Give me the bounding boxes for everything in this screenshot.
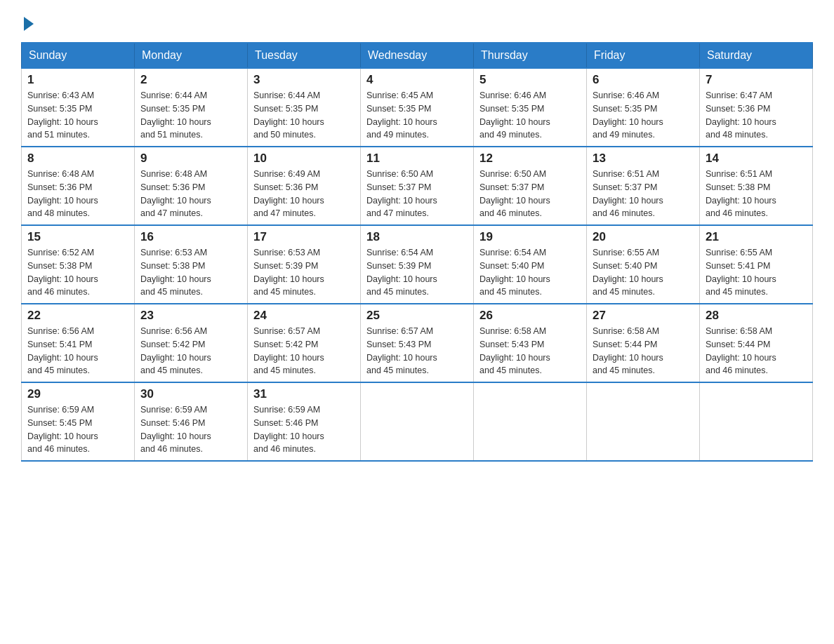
day-info: Sunrise: 6:47 AMSunset: 5:36 PMDaylight:… xyxy=(706,89,807,142)
day-info: Sunrise: 6:54 AMSunset: 5:39 PMDaylight:… xyxy=(366,246,468,299)
day-number: 25 xyxy=(366,309,468,323)
day-info: Sunrise: 6:59 AMSunset: 5:46 PMDaylight:… xyxy=(253,403,355,456)
calendar-table: SundayMondayTuesdayWednesdayThursdayFrid… xyxy=(21,42,813,462)
day-info: Sunrise: 6:55 AMSunset: 5:40 PMDaylight:… xyxy=(593,246,694,299)
day-number: 29 xyxy=(27,387,128,401)
calendar-cell: 25Sunrise: 6:57 AMSunset: 5:43 PMDayligh… xyxy=(361,304,474,382)
day-info: Sunrise: 6:56 AMSunset: 5:42 PMDaylight:… xyxy=(140,325,241,377)
day-number: 30 xyxy=(140,387,241,401)
calendar-cell: 23Sunrise: 6:56 AMSunset: 5:42 PMDayligh… xyxy=(135,304,248,382)
day-info: Sunrise: 6:52 AMSunset: 5:38 PMDaylight:… xyxy=(27,246,128,299)
day-info: Sunrise: 6:59 AMSunset: 5:46 PMDaylight:… xyxy=(140,403,241,456)
day-info: Sunrise: 6:54 AMSunset: 5:40 PMDaylight:… xyxy=(479,246,581,299)
day-info: Sunrise: 6:50 AMSunset: 5:37 PMDaylight:… xyxy=(366,168,468,220)
calendar-cell: 18Sunrise: 6:54 AMSunset: 5:39 PMDayligh… xyxy=(361,225,474,304)
logo xyxy=(21,14,34,31)
day-number: 2 xyxy=(140,73,241,87)
day-info: Sunrise: 6:51 AMSunset: 5:37 PMDaylight:… xyxy=(593,168,694,220)
calendar-cell: 11Sunrise: 6:50 AMSunset: 5:37 PMDayligh… xyxy=(361,147,474,225)
day-info: Sunrise: 6:48 AMSunset: 5:36 PMDaylight:… xyxy=(27,168,128,220)
calendar-header-saturday: Saturday xyxy=(700,43,813,68)
calendar-cell: 5Sunrise: 6:46 AMSunset: 5:35 PMDaylight… xyxy=(474,68,587,147)
calendar-cell: 15Sunrise: 6:52 AMSunset: 5:38 PMDayligh… xyxy=(22,225,135,304)
day-number: 1 xyxy=(27,73,128,87)
calendar-cell: 3Sunrise: 6:44 AMSunset: 5:35 PMDaylight… xyxy=(248,68,361,147)
calendar-cell: 19Sunrise: 6:54 AMSunset: 5:40 PMDayligh… xyxy=(474,225,587,304)
day-info: Sunrise: 6:58 AMSunset: 5:44 PMDaylight:… xyxy=(706,325,807,377)
day-info: Sunrise: 6:43 AMSunset: 5:35 PMDaylight:… xyxy=(27,89,128,142)
day-info: Sunrise: 6:44 AMSunset: 5:35 PMDaylight:… xyxy=(140,89,241,142)
calendar-cell: 12Sunrise: 6:50 AMSunset: 5:37 PMDayligh… xyxy=(474,147,587,225)
calendar-cell xyxy=(361,382,474,461)
calendar-header-tuesday: Tuesday xyxy=(248,43,361,68)
day-info: Sunrise: 6:59 AMSunset: 5:45 PMDaylight:… xyxy=(27,403,128,456)
calendar-cell: 10Sunrise: 6:49 AMSunset: 5:36 PMDayligh… xyxy=(248,147,361,225)
day-number: 8 xyxy=(27,152,128,166)
day-number: 31 xyxy=(253,387,355,401)
calendar-cell: 8Sunrise: 6:48 AMSunset: 5:36 PMDaylight… xyxy=(22,147,135,225)
day-info: Sunrise: 6:44 AMSunset: 5:35 PMDaylight:… xyxy=(253,89,355,142)
calendar-cell: 16Sunrise: 6:53 AMSunset: 5:38 PMDayligh… xyxy=(135,225,248,304)
page-header xyxy=(21,14,813,31)
calendar-cell: 20Sunrise: 6:55 AMSunset: 5:40 PMDayligh… xyxy=(587,225,700,304)
calendar-cell: 26Sunrise: 6:58 AMSunset: 5:43 PMDayligh… xyxy=(474,304,587,382)
day-number: 17 xyxy=(253,230,355,244)
calendar-cell: 4Sunrise: 6:45 AMSunset: 5:35 PMDaylight… xyxy=(361,68,474,147)
calendar-cell: 21Sunrise: 6:55 AMSunset: 5:41 PMDayligh… xyxy=(700,225,813,304)
day-number: 18 xyxy=(366,230,468,244)
calendar-cell: 2Sunrise: 6:44 AMSunset: 5:35 PMDaylight… xyxy=(135,68,248,147)
day-number: 13 xyxy=(593,152,694,166)
day-number: 3 xyxy=(253,73,355,87)
logo-arrow-icon xyxy=(24,17,34,31)
calendar-cell: 24Sunrise: 6:57 AMSunset: 5:42 PMDayligh… xyxy=(248,304,361,382)
calendar-cell: 29Sunrise: 6:59 AMSunset: 5:45 PMDayligh… xyxy=(22,382,135,461)
day-info: Sunrise: 6:58 AMSunset: 5:44 PMDaylight:… xyxy=(593,325,694,377)
calendar-cell: 9Sunrise: 6:48 AMSunset: 5:36 PMDaylight… xyxy=(135,147,248,225)
day-number: 6 xyxy=(593,73,694,87)
calendar-header-thursday: Thursday xyxy=(474,43,587,68)
day-number: 5 xyxy=(479,73,581,87)
day-number: 16 xyxy=(140,230,241,244)
day-number: 12 xyxy=(479,152,581,166)
day-number: 21 xyxy=(706,230,807,244)
day-number: 23 xyxy=(140,309,241,323)
calendar-cell: 27Sunrise: 6:58 AMSunset: 5:44 PMDayligh… xyxy=(587,304,700,382)
day-number: 26 xyxy=(479,309,581,323)
calendar-header-wednesday: Wednesday xyxy=(361,43,474,68)
calendar-cell xyxy=(587,382,700,461)
day-number: 11 xyxy=(366,152,468,166)
day-number: 24 xyxy=(253,309,355,323)
calendar-cell: 13Sunrise: 6:51 AMSunset: 5:37 PMDayligh… xyxy=(587,147,700,225)
day-number: 4 xyxy=(366,73,468,87)
calendar-cell: 17Sunrise: 6:53 AMSunset: 5:39 PMDayligh… xyxy=(248,225,361,304)
day-info: Sunrise: 6:51 AMSunset: 5:38 PMDaylight:… xyxy=(706,168,807,220)
day-info: Sunrise: 6:56 AMSunset: 5:41 PMDaylight:… xyxy=(27,325,128,377)
day-number: 15 xyxy=(27,230,128,244)
calendar-cell: 7Sunrise: 6:47 AMSunset: 5:36 PMDaylight… xyxy=(700,68,813,147)
calendar-cell: 30Sunrise: 6:59 AMSunset: 5:46 PMDayligh… xyxy=(135,382,248,461)
calendar-header-friday: Friday xyxy=(587,43,700,68)
day-info: Sunrise: 6:58 AMSunset: 5:43 PMDaylight:… xyxy=(479,325,581,377)
calendar-cell: 1Sunrise: 6:43 AMSunset: 5:35 PMDaylight… xyxy=(22,68,135,147)
calendar-cell xyxy=(700,382,813,461)
day-number: 19 xyxy=(479,230,581,244)
day-info: Sunrise: 6:57 AMSunset: 5:43 PMDaylight:… xyxy=(366,325,468,377)
day-number: 7 xyxy=(706,73,807,87)
day-number: 22 xyxy=(27,309,128,323)
day-number: 27 xyxy=(593,309,694,323)
day-info: Sunrise: 6:55 AMSunset: 5:41 PMDaylight:… xyxy=(706,246,807,299)
day-info: Sunrise: 6:50 AMSunset: 5:37 PMDaylight:… xyxy=(479,168,581,220)
day-info: Sunrise: 6:57 AMSunset: 5:42 PMDaylight:… xyxy=(253,325,355,377)
day-info: Sunrise: 6:48 AMSunset: 5:36 PMDaylight:… xyxy=(140,168,241,220)
calendar-header-monday: Monday xyxy=(135,43,248,68)
day-number: 28 xyxy=(706,309,807,323)
day-info: Sunrise: 6:53 AMSunset: 5:38 PMDaylight:… xyxy=(140,246,241,299)
calendar-cell: 14Sunrise: 6:51 AMSunset: 5:38 PMDayligh… xyxy=(700,147,813,225)
day-number: 9 xyxy=(140,152,241,166)
calendar-cell: 22Sunrise: 6:56 AMSunset: 5:41 PMDayligh… xyxy=(22,304,135,382)
day-info: Sunrise: 6:45 AMSunset: 5:35 PMDaylight:… xyxy=(366,89,468,142)
calendar-cell: 6Sunrise: 6:46 AMSunset: 5:35 PMDaylight… xyxy=(587,68,700,147)
calendar-cell: 31Sunrise: 6:59 AMSunset: 5:46 PMDayligh… xyxy=(248,382,361,461)
day-info: Sunrise: 6:49 AMSunset: 5:36 PMDaylight:… xyxy=(253,168,355,220)
day-info: Sunrise: 6:46 AMSunset: 5:35 PMDaylight:… xyxy=(593,89,694,142)
